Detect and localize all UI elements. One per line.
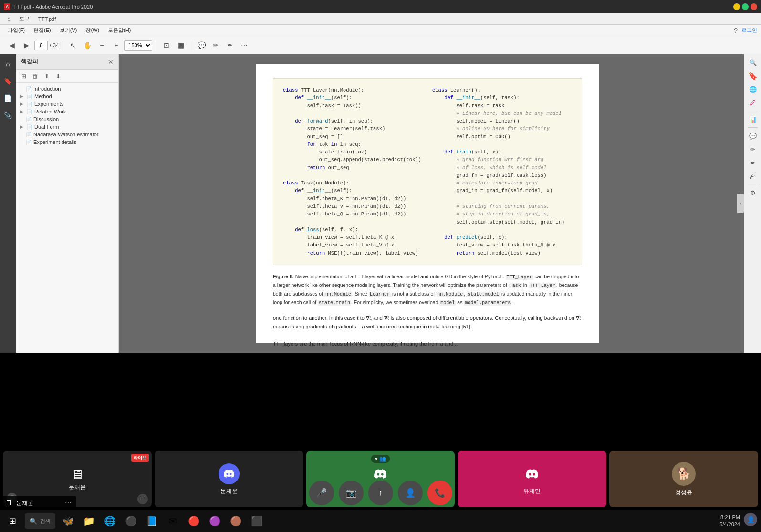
start-button[interactable]: ⊞ (4, 512, 21, 530)
bookmark-item-method[interactable]: ▶ 📄 Method (16, 92, 118, 100)
taskbar-explorer-icon[interactable]: 🦋 (59, 512, 76, 530)
comment-tool-button[interactable]: 💬 (747, 130, 759, 142)
taskbar-app4-icon[interactable]: ⬛ (248, 512, 265, 530)
bookmark-page-icon: 📄 (26, 86, 31, 92)
home-icon[interactable]: ⌂ (4, 14, 14, 24)
zoom-select[interactable]: 150% 100% 75% 200% (124, 40, 152, 51)
taskbar-app2-icon[interactable]: 🟣 (206, 512, 223, 530)
menu-tools[interactable]: 도구 (15, 14, 33, 23)
maximize-button[interactable] (742, 3, 749, 10)
menu-file[interactable]: 파일(F) (4, 26, 29, 35)
taskbar-chrome-icon[interactable]: ⚫ (122, 512, 139, 530)
hang-up-button[interactable]: 📞 (427, 481, 452, 505)
bookmark-delete-button[interactable]: 🗑 (31, 72, 40, 81)
fit-page-button[interactable]: ⊡ (160, 39, 173, 51)
taskbar-vscode-icon[interactable]: 📘 (143, 512, 160, 530)
drop-down-arrow[interactable]: ▾ 👥 (371, 455, 390, 463)
bookmark-close-button[interactable]: ✕ (108, 58, 114, 66)
more-tools-button[interactable]: ⋯ (238, 39, 250, 51)
code-line: def predict(self, x): (432, 234, 572, 241)
call-tile-yuchaemin[interactable]: 유채민 (458, 451, 606, 507)
person-button[interactable]: 👤 (398, 481, 423, 505)
mic-button[interactable]: 🎤 (309, 481, 334, 505)
options-dot-1[interactable]: ⋯ (137, 494, 148, 504)
bookmark-new-button[interactable]: ⊞ (19, 72, 29, 81)
code-line: def train(self, x): (432, 148, 572, 156)
bookmark-down-button[interactable]: ⬇ (53, 72, 63, 81)
close-button[interactable] (751, 3, 757, 10)
cursor-tool-button[interactable]: ↖ (67, 39, 79, 51)
camera-button[interactable]: 📷 (339, 481, 364, 505)
zoom-out-button[interactable]: − (95, 39, 108, 51)
menu-file-tab[interactable]: TTT.pdf (34, 15, 60, 23)
bookmark-item-dual-form[interactable]: ▶ 📄 Dual Form (16, 123, 118, 131)
taskbar-edge-icon[interactable]: 🌐 (101, 512, 118, 530)
edit-tool-button[interactable]: ✒ (747, 156, 759, 169)
magnify-tool-button[interactable]: 🔍 (747, 56, 759, 69)
notification-icon: 🖥 (5, 499, 12, 507)
menu-view[interactable]: 보기(V) (56, 26, 81, 35)
notification-options[interactable]: ⋯ (65, 499, 72, 507)
sidebar-home-icon[interactable]: ⌂ (2, 58, 14, 70)
file-menu-bar: 파일(F) 편집(E) 보기(V) 창(W) 도움말(H) ? 로그인 (0, 25, 761, 36)
sign-tool-button[interactable]: 🖋 (747, 170, 759, 182)
bookmark-label-nadaraya: Nadaraya-Watson estimator (33, 132, 99, 137)
code-line: return out_seq (283, 164, 423, 172)
taskbar-mail-icon[interactable]: ✉ (164, 512, 181, 530)
prev-page-button[interactable]: ◀ (6, 39, 18, 51)
signature-button[interactable]: ✒ (224, 39, 236, 51)
bookmark-item-related-work[interactable]: ▶ 📄 Related Work (16, 108, 118, 115)
taskbar-file-icon[interactable]: 📁 (80, 512, 97, 530)
taskbar-app3-icon[interactable]: 🟤 (227, 512, 244, 530)
toolbar-separator-2 (156, 41, 156, 50)
code-line: grad_fn = grad(self.task.loss) (432, 172, 572, 179)
menu-window[interactable]: 창(W) (82, 26, 103, 35)
user-avatar: 🐕 (672, 462, 696, 486)
call-tile-munchaewoon[interactable]: 문채운 (155, 451, 303, 507)
code-line: out_seq = [] (283, 133, 423, 141)
sidebar-attachment-icon[interactable]: 📎 (2, 110, 14, 121)
export-tool-button[interactable]: 📊 (747, 113, 759, 125)
login-btn[interactable]: 로그인 (741, 27, 757, 34)
right-sidebar-tools: 🔍 🔖 🌐 🖊 📊 💬 ✏ ✒ 🖋 ⚙ (744, 54, 761, 353)
page-input[interactable] (34, 41, 48, 50)
translate-tool-button[interactable]: 🌐 (747, 83, 759, 95)
notification-bar: 🖥 문채운 ⋯ (0, 496, 76, 510)
pen-button[interactable]: ✏ (209, 39, 222, 51)
bookmark-item-introduction[interactable]: 📄 Introduction (16, 85, 118, 92)
taskbar-app1-icon[interactable]: 🔴 (185, 512, 202, 530)
expand-icon-experiments: ▶ (20, 102, 25, 106)
code-line: test_view = self.task.theta_Q @ x (432, 241, 572, 249)
sidebar-page-icon[interactable]: 📄 (2, 92, 14, 104)
call-options-1: ⋯ (137, 494, 148, 504)
bookmark-item-experiment-details[interactable]: 📄 Experiment details (16, 138, 118, 146)
code-line: class Learner(): (432, 86, 572, 94)
select-tool-button[interactable]: ▦ (175, 39, 187, 51)
bookmark-tool-button[interactable]: 🔖 (747, 70, 759, 82)
minimize-button[interactable] (733, 3, 740, 10)
bookmark-item-discussion[interactable]: 📄 Discussion (16, 115, 118, 123)
hand-tool-button[interactable]: ✋ (81, 39, 94, 51)
search-icon: 🔍 (30, 518, 37, 525)
bookmark-item-nadaraya[interactable]: 📄 Nadaraya-Watson estimator (16, 131, 118, 138)
bookmark-item-experiments[interactable]: ▶ 📄 Experiments (16, 100, 118, 108)
menu-edit[interactable]: 편집(E) (30, 26, 55, 35)
bookmark-up-button[interactable]: ⬆ (42, 72, 52, 81)
pdf-area[interactable]: class TTT_Layer(nn.Module): def __init__… (119, 54, 736, 353)
pen-tool-button[interactable]: ✏ (747, 143, 759, 155)
call-tile-jungseoungyoon[interactable]: 🐕 정성윤 (609, 451, 758, 507)
highlight-tool-button[interactable]: 🖊 (747, 96, 759, 109)
menu-help[interactable]: 도움말(H) (104, 26, 135, 35)
help-btn[interactable]: ? (734, 27, 738, 34)
sidebar-bookmark-icon[interactable]: 🔖 (2, 75, 14, 87)
comment-button[interactable]: 💬 (195, 39, 208, 51)
collapse-panel-button[interactable]: ‹ (737, 194, 744, 213)
share-screen-button[interactable]: ↑ (368, 481, 393, 505)
zoom-in-button[interactable]: + (110, 39, 122, 51)
title-bar: A TTT.pdf - Adobe Acrobat Pro 2020 (0, 0, 761, 13)
bookmark-page-icon-nadaraya: 📄 (26, 132, 31, 137)
more-right-tools-button[interactable]: ⚙ (747, 186, 759, 199)
taskbar-user-avatar[interactable]: 👤 (744, 513, 757, 526)
next-page-button[interactable]: ▶ (20, 39, 32, 51)
search-bar[interactable]: 🔍 검색 (25, 513, 55, 529)
